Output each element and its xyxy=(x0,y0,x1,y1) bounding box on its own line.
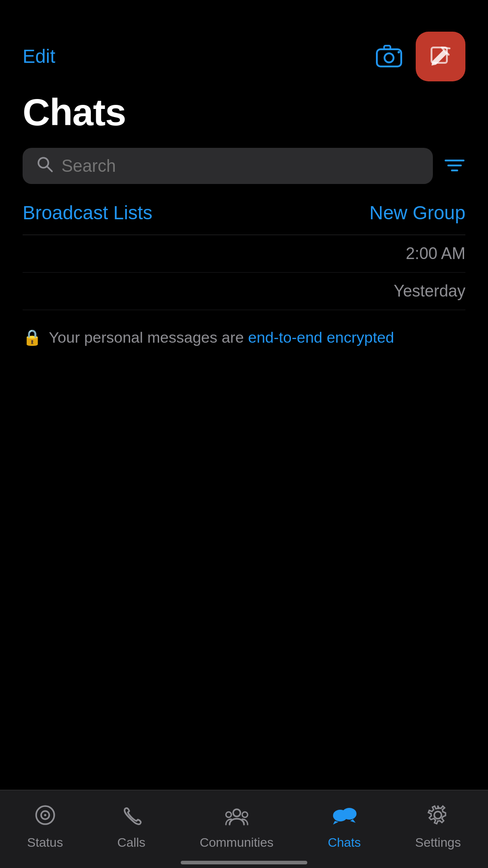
svg-point-21 xyxy=(434,811,441,819)
svg-point-1 xyxy=(385,53,394,62)
edit-button[interactable]: Edit xyxy=(23,46,55,67)
nav-item-communities[interactable]: Communities xyxy=(186,799,287,854)
nav-label-status: Status xyxy=(27,835,63,850)
page-title: Chats xyxy=(23,90,465,134)
camera-button[interactable] xyxy=(376,45,402,68)
nav-label-communities: Communities xyxy=(200,835,273,850)
nav-label-chats: Chats xyxy=(328,835,361,850)
nav-item-calls[interactable]: Calls xyxy=(104,799,159,854)
encryption-text: Your personal messages are end-to-end en… xyxy=(49,329,394,346)
compose-button[interactable] xyxy=(416,32,465,81)
svg-point-20 xyxy=(342,808,357,820)
header: Edit Ch xyxy=(0,27,488,235)
svg-point-17 xyxy=(226,812,231,817)
new-group-button[interactable]: New Group xyxy=(370,202,465,224)
broadcast-row: Broadcast Lists New Group xyxy=(23,202,465,235)
chat-time-1: 2:00 AM xyxy=(406,244,465,263)
nav-label-calls: Calls xyxy=(117,835,145,850)
nav-label-settings: Settings xyxy=(415,835,461,850)
settings-icon xyxy=(427,804,449,832)
calls-icon xyxy=(120,804,143,832)
encryption-link[interactable]: end-to-end encrypted xyxy=(248,329,394,346)
search-row xyxy=(23,148,465,184)
nav-item-chats[interactable]: Chats xyxy=(314,799,374,854)
chat-item-1[interactable]: 2:00 AM xyxy=(23,235,465,273)
nav-item-status[interactable]: Status xyxy=(14,799,76,854)
svg-point-15 xyxy=(44,814,46,816)
bottom-nav: Status Calls Communities xyxy=(0,790,488,868)
encryption-notice: 🔒 Your personal messages are end-to-end … xyxy=(0,310,488,364)
search-input[interactable] xyxy=(61,156,419,176)
nav-item-settings[interactable]: Settings xyxy=(402,799,474,854)
svg-rect-0 xyxy=(377,49,401,66)
svg-rect-2 xyxy=(384,46,390,49)
search-container xyxy=(23,148,433,184)
filter-button[interactable] xyxy=(444,157,465,175)
header-icons xyxy=(376,32,465,81)
svg-line-9 xyxy=(47,166,52,171)
home-indicator xyxy=(181,861,307,864)
broadcast-lists-button[interactable]: Broadcast Lists xyxy=(23,202,152,224)
chat-list: 2:00 AM Yesterday xyxy=(0,235,488,310)
lock-icon: 🔒 xyxy=(23,328,42,346)
search-icon xyxy=(36,156,53,177)
chat-item-2[interactable]: Yesterday xyxy=(23,273,465,310)
status-icon xyxy=(34,804,56,832)
status-bar xyxy=(0,0,488,27)
svg-point-16 xyxy=(233,809,240,816)
chat-time-2: Yesterday xyxy=(394,282,465,301)
chats-icon xyxy=(331,804,357,832)
svg-point-18 xyxy=(242,812,248,817)
communities-icon xyxy=(224,804,249,832)
svg-rect-3 xyxy=(398,51,400,53)
